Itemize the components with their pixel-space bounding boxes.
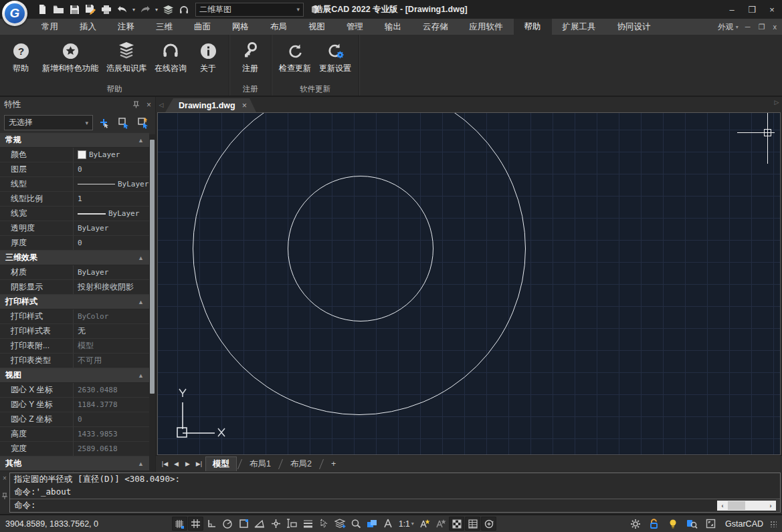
command-hscrollbar[interactable]: ‹ › [717, 501, 776, 511]
section-general[interactable]: 常规▲ [0, 133, 149, 148]
object-snap-icon[interactable] [236, 517, 252, 531]
select-objects-icon[interactable] [116, 116, 132, 130]
maximize-button[interactable]: ❒ [742, 1, 762, 17]
knowledge-base-button[interactable]: 浩辰知识库 [103, 37, 150, 76]
view-cube-icon[interactable] [308, 2, 322, 17]
tab-output[interactable]: 输出 [374, 19, 412, 35]
add-layout-button[interactable]: + [324, 458, 343, 470]
new-file-icon[interactable] [35, 2, 50, 17]
annotation-scale-control[interactable]: 1:1 ▾ [396, 519, 417, 529]
snap-mode-icon[interactable] [172, 517, 187, 531]
property-row-linetype[interactable]: 线型 ByLayer [0, 177, 149, 192]
check-update-button[interactable]: 检查更新 [276, 37, 314, 76]
tab-surface[interactable]: 曲面 [183, 19, 221, 35]
about-button[interactable]: 关于 [191, 37, 225, 76]
isodraft-icon[interactable] [481, 517, 496, 531]
close-button[interactable]: × [762, 1, 782, 17]
tab-model[interactable]: 模型 [205, 456, 237, 471]
workspace-dropdown[interactable]: 二维草图 ▾ [195, 3, 304, 17]
redo-dropdown-caret[interactable]: ▾ [154, 7, 159, 13]
print-icon[interactable] [99, 2, 114, 17]
drawing-canvas[interactable]: Y [157, 112, 781, 455]
online-support-button[interactable]: 在线咨询 [151, 37, 190, 76]
tab-scroll-right-icon[interactable]: ▷ [773, 94, 781, 110]
app-logo[interactable]: G [2, 1, 27, 26]
command-window[interactable]: 指定圆的半径或 [直径(D)] <308.0490>: 命令:'_about 命… [9, 473, 781, 513]
tab-cloud[interactable]: 云存储 [412, 19, 459, 35]
document-tab[interactable]: Drawing1.dwg × [165, 98, 256, 112]
ui-lock-icon[interactable] [647, 517, 662, 531]
section-3d-effects[interactable]: 三维效果▲ [0, 251, 149, 265]
command-close-icon[interactable]: × [3, 475, 7, 482]
grid-display-icon[interactable] [188, 517, 203, 531]
document-tab-close-icon[interactable]: × [242, 101, 247, 110]
save-as-icon[interactable] [83, 2, 98, 17]
undo-icon[interactable] [115, 2, 130, 17]
property-row-plot-type[interactable]: 打印表类型 不可用 [0, 354, 149, 368]
property-row-plot-table[interactable]: 打印样式表 无 [0, 324, 149, 339]
tab-layout1[interactable]: 布局1 [243, 457, 278, 471]
polar-tracking-icon[interactable] [220, 517, 235, 531]
snap-tracking-icon[interactable] [268, 517, 284, 531]
doc-restore-button[interactable]: ❐ [759, 23, 765, 31]
dynamic-input-icon[interactable] [284, 517, 300, 531]
pin-icon[interactable] [132, 101, 140, 108]
layer-preview-icon[interactable] [332, 517, 348, 531]
scroll-right-icon[interactable]: › [765, 503, 776, 509]
angle-snap-icon[interactable] [252, 517, 268, 531]
property-row-plot-style[interactable]: 打印样式 ByColor [0, 309, 149, 324]
property-row-color[interactable]: 颜色 ByLayer [0, 148, 149, 162]
tab-mesh[interactable]: 网格 [221, 19, 260, 35]
property-row-plot-attach[interactable]: 打印表附... 模型 [0, 339, 149, 354]
property-row-shadow[interactable]: 阴影显示 投射和接收阴影 [0, 280, 149, 295]
lineweight-icon[interactable] [300, 517, 316, 531]
tab-help[interactable]: 帮助 [514, 19, 552, 35]
cycle-select-icon[interactable] [365, 517, 380, 531]
property-row-transparency[interactable]: 透明度 ByLayer [0, 221, 149, 236]
last-layout-icon[interactable]: ▶| [194, 460, 204, 467]
customize-toolbar-caret[interactable]: ▾ [324, 6, 329, 13]
tab-layout2[interactable]: 布局2 [284, 457, 318, 471]
tab-layout[interactable]: 布局 [260, 19, 298, 35]
layer-states-icon[interactable] [161, 2, 175, 17]
property-row-center-y[interactable]: 圆心 Y 坐标 1184.3778 [0, 398, 149, 412]
transparency-icon[interactable] [449, 517, 464, 531]
quick-select-icon[interactable] [96, 116, 112, 130]
quick-properties-icon[interactable] [316, 517, 332, 531]
property-row-material[interactable]: 材质 ByLayer [0, 265, 149, 280]
next-layout-icon[interactable]: ▶ [183, 460, 193, 467]
close-icon[interactable]: × [146, 100, 151, 110]
prev-layout-icon[interactable]: ◀ [171, 460, 181, 467]
resize-grip[interactable] [770, 521, 777, 527]
tab-home[interactable]: 常用 [31, 19, 69, 35]
property-row-linetype-scale[interactable]: 线型比例 1 [0, 192, 149, 207]
ortho-mode-icon[interactable] [204, 517, 219, 531]
undo-dropdown-caret[interactable]: ▾ [131, 7, 136, 13]
properties-palette-icon[interactable] [465, 517, 480, 531]
quick-view-icon[interactable] [349, 517, 364, 531]
tab-scroll-left-icon[interactable]: ◁ [157, 97, 165, 112]
minimize-button[interactable]: – [722, 1, 742, 17]
headset-icon[interactable] [177, 2, 191, 17]
open-file-icon[interactable] [51, 2, 66, 17]
search-help-icon[interactable] [684, 517, 700, 531]
first-layout-icon[interactable]: |◀ [160, 460, 170, 467]
scroll-left-icon[interactable]: ‹ [717, 503, 728, 509]
appearance-menu[interactable]: 外观 ▾ [718, 21, 739, 33]
new-features-button[interactable]: 新增和特色功能 [39, 37, 102, 76]
command-pin-icon[interactable] [2, 493, 7, 499]
toggle-pickadd-icon[interactable] [135, 116, 151, 130]
property-row-lineweight[interactable]: 线宽 ByLayer [0, 207, 149, 221]
property-row-layer[interactable]: 图层 0 [0, 162, 149, 177]
property-row-center-x[interactable]: 圆心 X 坐标 2630.0488 [0, 383, 149, 398]
doc-close-button[interactable]: x [773, 23, 777, 31]
tab-view[interactable]: 视图 [298, 19, 336, 35]
property-row-height[interactable]: 高度 1433.9853 [0, 427, 149, 442]
tab-manage[interactable]: 管理 [336, 19, 374, 35]
hardware-bulb-icon[interactable] [666, 517, 681, 531]
annotation-scale-icon[interactable] [381, 517, 396, 531]
register-button[interactable]: 注册 [233, 37, 267, 76]
redo-icon[interactable] [138, 2, 153, 17]
section-other[interactable]: 其他▲ [0, 456, 149, 471]
auto-annotation-icon[interactable] [433, 517, 448, 531]
